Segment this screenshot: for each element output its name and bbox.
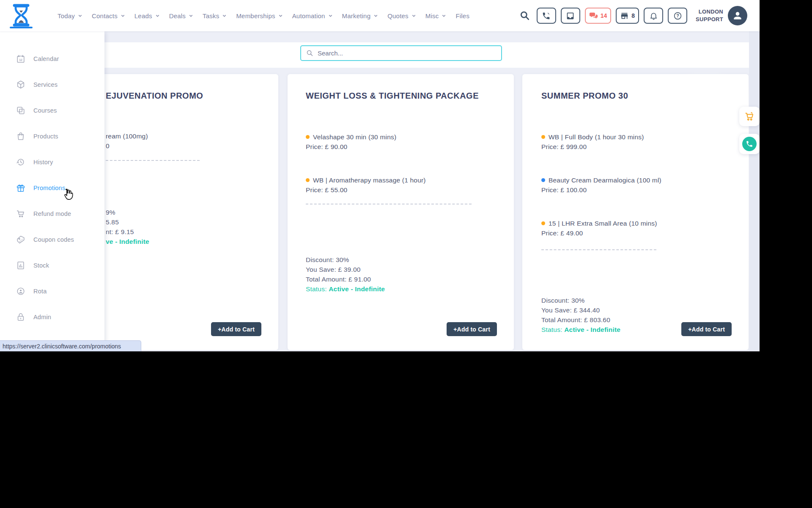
sidebar-item-calendar[interactable]: 12 Calendar — [0, 46, 104, 72]
promo-item: WB | Full Body (1 hour 30 mins) — [541, 133, 644, 141]
search-icon[interactable] — [519, 10, 530, 21]
sidebar-item-rota[interactable]: Rota — [0, 278, 104, 304]
promo-total: Total Amount: £ 91.00 — [306, 276, 371, 283]
divider — [541, 249, 656, 250]
mouse-cursor — [61, 188, 74, 202]
menu-item-automation[interactable]: Automation — [292, 12, 333, 19]
sidebar-item-stock[interactable]: Stock — [0, 252, 104, 278]
chevron-down-icon — [278, 14, 283, 18]
chevron-down-icon — [121, 14, 125, 18]
chevron-down-icon — [222, 14, 227, 18]
sidebar-item-label: Rota — [33, 288, 47, 295]
svg-text:12: 12 — [19, 58, 22, 61]
sidebar-dropdown-panel: 12 Calendar Services Courses Products Hi… — [0, 31, 104, 351]
promo-title: EJUVENATION PROMO — [106, 91, 203, 101]
divider — [306, 204, 472, 204]
promo-card-summer: SUMMER PROMO 30 WB | Full Body (1 hour 3… — [522, 74, 749, 350]
sidebar-item-label: Services — [33, 81, 58, 88]
promo-item-price: 0 — [106, 142, 110, 150]
floating-cart-button[interactable] — [739, 107, 760, 126]
menu-item-contacts[interactable]: Contacts — [92, 12, 125, 19]
divider — [106, 160, 200, 161]
sidebar-item-promotions[interactable]: Promotions — [0, 175, 104, 201]
promo-item: Beauty Cream Dearmalogica (100 ml) — [541, 177, 661, 184]
menu-item-misc[interactable]: Misc — [425, 12, 447, 19]
add-to-cart-button[interactable]: +Add to Cart — [447, 322, 497, 336]
chevron-down-icon — [155, 14, 160, 18]
promo-item-name: ream (100mg) — [106, 133, 148, 140]
floating-whatsapp-button[interactable] — [739, 134, 760, 154]
top-navbar: Today Contacts Leads Deals Tasks Members… — [0, 0, 760, 31]
sidebar-item-label: Stock — [33, 262, 49, 269]
promo-discount: 9% — [106, 209, 115, 216]
person-circle-icon — [16, 287, 25, 296]
bullet-icon — [541, 221, 545, 225]
chevron-down-icon — [411, 14, 416, 18]
chat-notifications-button[interactable]: 14 — [585, 8, 612, 24]
question-circle-icon: ? — [673, 11, 682, 20]
promo-you-save: You Save: £ 344.40 — [541, 306, 600, 314]
add-to-cart-button[interactable]: +Add to Cart — [681, 322, 732, 336]
menu-item-quotes[interactable]: Quotes — [387, 12, 416, 19]
shopping-bag-icon — [16, 132, 25, 141]
add-to-cart-button[interactable]: +Add to Cart — [211, 322, 261, 336]
sidebar-item-services[interactable]: Services — [0, 72, 104, 97]
inbox-button[interactable] — [561, 8, 580, 24]
chevron-down-icon — [328, 14, 333, 18]
menu-item-today[interactable]: Today — [58, 12, 82, 19]
store-count-badge: 8 — [631, 12, 635, 19]
phone-button[interactable] — [537, 8, 556, 24]
cube-icon — [16, 80, 25, 89]
bullet-icon — [306, 135, 310, 139]
sidebar-item-admin[interactable]: Admin — [0, 304, 104, 330]
bell-icon — [649, 11, 658, 20]
menu-item-leads[interactable]: Leads — [134, 12, 160, 19]
menu-item-memberships[interactable]: Memberships — [236, 12, 283, 19]
promo-title: SUMMER PROMO 30 — [541, 91, 628, 101]
promo-item: WB | Aromatherapy massage (1 hour) — [306, 177, 426, 184]
promo-status: Status: Active - Indefinite — [306, 285, 385, 293]
menu-item-files[interactable]: Files — [455, 12, 469, 19]
logo-active-indicator — [10, 27, 33, 28]
sidebar-item-coupon-codes[interactable]: Coupon codes — [0, 226, 104, 252]
sidebar-item-label: History — [33, 159, 53, 166]
coupon-tag-icon — [16, 235, 25, 244]
sidebar-item-label: Calendar — [33, 55, 59, 62]
store-button[interactable]: 8 — [616, 8, 639, 24]
promo-you-save: You Save: £ 39.00 — [306, 266, 361, 273]
promo-card-weight-loss: WEIGHT LOSS & TIGHTENING PACKAGE Velasha… — [288, 74, 514, 350]
notifications-button[interactable] — [644, 8, 663, 24]
sidebar-item-products[interactable]: Products — [0, 123, 104, 149]
promo-status: Status: Active - Indefinite — [541, 326, 620, 334]
menu-item-deals[interactable]: Deals — [169, 12, 193, 19]
promo-item-price: Price: £ 90.00 — [306, 143, 347, 151]
search-icon — [306, 50, 313, 57]
help-button[interactable]: ? — [668, 8, 687, 24]
sidebar-item-history[interactable]: History — [0, 149, 104, 175]
navbar-actions: 14 8 ? LONDON SUPPORT — [519, 0, 747, 31]
scrollbar[interactable] — [749, 31, 760, 351]
svg-text:?: ? — [676, 13, 679, 18]
promo-item-price: Price: £ 49.00 — [541, 229, 583, 237]
person-icon — [732, 10, 743, 21]
promo-total: nt: £ 9.15 — [106, 228, 134, 236]
stock-doc-icon — [16, 261, 25, 270]
status-bar-url: https://server2.clinicsoftware.com/promo… — [0, 340, 141, 351]
overlapping-squares-icon — [16, 106, 25, 115]
sidebar-item-label: Refund mode — [33, 210, 71, 217]
sidebar-item-label: Products — [33, 133, 58, 140]
promo-item-price: Price: £ 999.00 — [541, 143, 587, 151]
chat-bubbles-icon — [589, 11, 598, 20]
history-clock-icon — [16, 157, 25, 167]
promo-item: 15 | LHR Extra Small Area (10 mins) — [541, 220, 657, 227]
search-input[interactable] — [318, 50, 496, 57]
promo-item-price: Price: £ 100.00 — [541, 186, 587, 194]
search-bar[interactable] — [300, 45, 502, 61]
chevron-down-icon — [189, 14, 193, 18]
avatar[interactable] — [728, 6, 747, 25]
menu-item-marketing[interactable]: Marketing — [342, 12, 379, 19]
sidebar-item-courses[interactable]: Courses — [0, 97, 104, 123]
clinic-software-logo[interactable] — [10, 3, 32, 27]
sidebar-item-refund-mode[interactable]: Refund mode — [0, 201, 104, 226]
menu-item-tasks[interactable]: Tasks — [203, 12, 227, 19]
